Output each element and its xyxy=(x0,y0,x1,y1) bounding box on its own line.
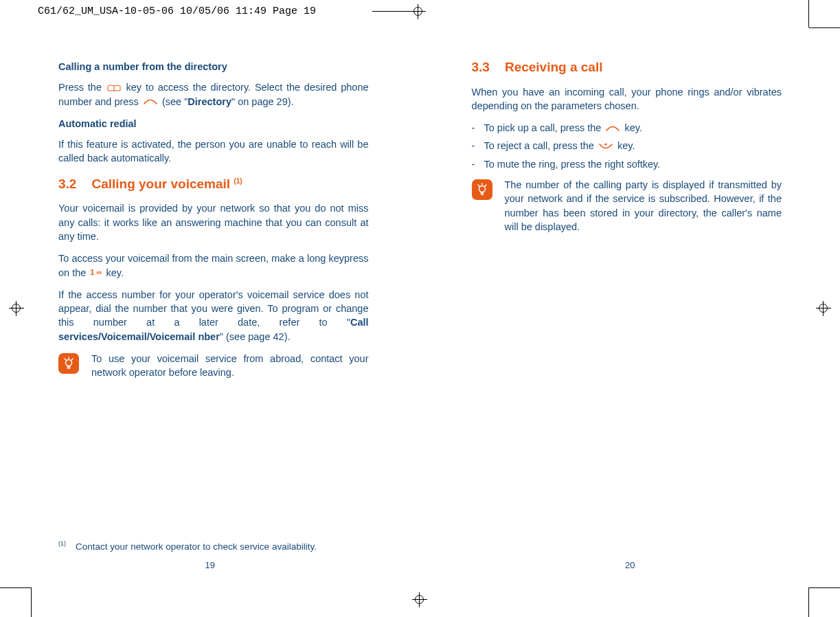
footnote-marker: (1) xyxy=(58,540,66,547)
paragraph: To access your voicemail from the main s… xyxy=(58,251,369,280)
list-item: - To reject a call, press the key. xyxy=(472,139,782,153)
section-number: 3.3 xyxy=(472,60,490,74)
tip-box: To use your voicemail service from abroa… xyxy=(58,352,369,380)
directory-key-icon xyxy=(106,81,122,93)
text: (see " xyxy=(162,96,188,107)
page-number: 19 xyxy=(0,559,420,572)
crop-mark-top-icon xyxy=(411,4,426,19)
section-number: 3.2 xyxy=(58,177,76,191)
text: " (see page 42). xyxy=(220,331,291,342)
list-text: To mute the ring, press the right softke… xyxy=(484,157,661,171)
list-text: To pick up a call, press the key. xyxy=(484,121,642,135)
crop-line xyxy=(809,27,840,28)
crop-line xyxy=(31,587,32,617)
text: " on page 29). xyxy=(231,96,294,107)
svg-point-0 xyxy=(66,360,72,366)
paragraph: Press the key to access the directory. S… xyxy=(58,80,369,109)
end-key-icon xyxy=(597,140,615,153)
list-dash: - xyxy=(472,121,484,135)
list-text: To reject a call, press the key. xyxy=(484,139,635,153)
paragraph: Your voicemail is provided by your netwo… xyxy=(58,201,369,243)
page-spread: Calling a number from the directory Pres… xyxy=(0,41,840,591)
section-title: Calling your voicemail xyxy=(91,177,234,191)
lightbulb-icon xyxy=(472,179,492,200)
paragraph: If this feature is activated, the person… xyxy=(58,137,369,166)
text: To reject a call, press the xyxy=(484,140,597,151)
print-header-line xyxy=(372,11,411,12)
crop-mark-bottom-icon xyxy=(412,592,427,607)
page-left: Calling a number from the directory Pres… xyxy=(0,41,420,591)
page-number: 20 xyxy=(420,559,841,572)
print-header: C61/62_UM_USA-10-05-06 10/05/06 11:49 Pa… xyxy=(38,5,316,17)
section-heading-3-2: 3.2Calling your voicemail (1) xyxy=(58,175,369,194)
key-1-icon: 1 ∞ xyxy=(89,267,103,278)
heading-redial: Automatic redial xyxy=(58,117,369,131)
text: key. xyxy=(624,122,642,133)
footnote-text: Contact your network operator to check s… xyxy=(76,541,317,551)
footnote-ref: (1) xyxy=(234,177,242,184)
bullet-list: - To pick up a call, press the key. - To… xyxy=(472,121,782,171)
crop-line xyxy=(808,0,809,27)
svg-point-2 xyxy=(479,186,485,192)
page-right: 3.3Receiving a call When you have an inc… xyxy=(420,41,841,591)
svg-point-1 xyxy=(604,144,606,146)
text: Press the xyxy=(58,82,106,93)
list-dash: - xyxy=(472,139,484,153)
text: key. xyxy=(617,140,635,151)
list-dash: - xyxy=(472,157,484,171)
heading-directory: Calling a number from the directory xyxy=(58,60,369,74)
crop-line xyxy=(808,587,809,617)
text: key. xyxy=(103,267,124,278)
list-item: - To pick up a call, press the key. xyxy=(472,121,782,135)
list-item: - To mute the ring, press the right soft… xyxy=(472,157,782,171)
paragraph: When you have an incoming call, your pho… xyxy=(472,85,782,113)
tip-text: The number of the calling party is displ… xyxy=(505,178,782,234)
tip-box: The number of the calling party is displ… xyxy=(472,178,782,234)
lightbulb-icon xyxy=(58,353,79,374)
section-title: Receiving a call xyxy=(505,60,603,74)
call-key-icon xyxy=(141,96,159,108)
section-heading-3-3: 3.3Receiving a call xyxy=(472,58,782,77)
paragraph: If the access number for your operator's… xyxy=(58,288,369,344)
text: If the access number for your operator's… xyxy=(58,289,369,328)
text-bold: Directory xyxy=(188,96,231,107)
call-key-icon xyxy=(604,122,622,134)
text: To pick up a call, press the xyxy=(484,122,604,133)
tip-text: To use your voicemail service from abroa… xyxy=(91,352,369,380)
footnote: (1)Contact your network operator to chec… xyxy=(58,539,317,553)
